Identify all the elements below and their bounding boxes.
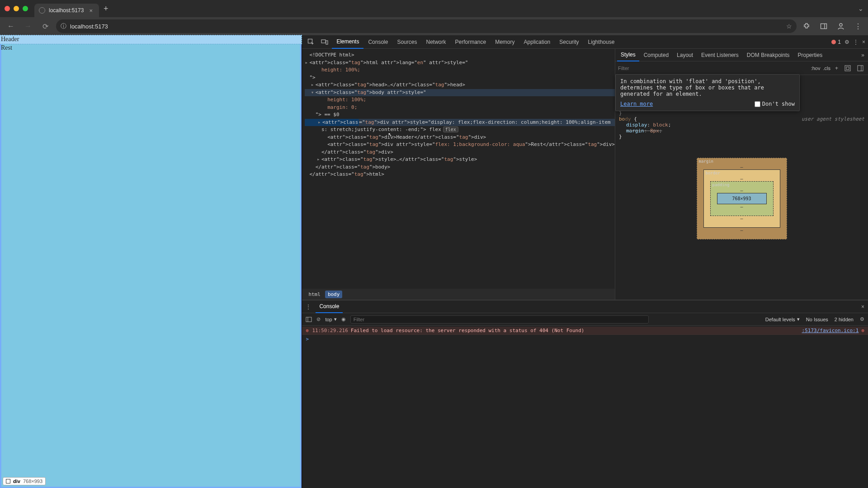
badge-tag: div [13,479,20,484]
new-tab-button[interactable]: + [99,4,113,14]
tabs-dropdown-icon[interactable]: ⌄ [858,5,863,12]
devtools-tab-network[interactable]: Network [421,35,450,49]
dom-line[interactable]: </attr">class="tag">html> [305,171,615,178]
dom-line[interactable]: ▸ <attr">class="tag">div attr">style="di… [305,119,615,127]
learn-more-link[interactable]: Learn more [620,101,653,107]
menu-icon[interactable]: ⋮ [853,21,863,32]
live-expression-icon[interactable]: ◉ [341,316,346,322]
log-message: Failed to load resource: the server resp… [351,328,802,333]
sidepanel-icon[interactable] [818,21,829,32]
devtools-settings-icon[interactable]: ⚙ [844,39,849,45]
css-declaration[interactable]: display: block; [626,122,864,128]
address-bar[interactable]: ⓘ localhost:5173 ☆ [56,19,797,33]
breadcrumb-html[interactable]: html [306,291,323,298]
dom-line[interactable]: s: stretch;justify-content: -end;"> flex… [305,126,615,134]
reload-button[interactable]: ⟳ [39,22,52,31]
no-issues-label[interactable]: No Issues [806,317,828,322]
toggle-sidebar-icon[interactable] [855,65,865,71]
bookmark-icon[interactable]: ☆ [786,23,792,30]
svg-rect-6 [845,66,850,71]
devtools-tab-lighthouse[interactable]: Lighthouse [584,35,619,49]
devtools-close-icon[interactable]: × [862,39,865,45]
context-selector[interactable]: top▾ [325,316,336,322]
dom-line[interactable]: </attr">class="tag">body> [305,164,615,171]
profile-icon[interactable] [835,21,846,32]
devtools-tab-console[interactable]: Console [363,35,392,49]
styles-more-tabs-icon[interactable]: » [859,52,866,58]
extensions-icon[interactable] [801,21,812,32]
rule-selector[interactable]: body [619,116,631,122]
dom-line[interactable]: ▾ <attr">class="tag">body attr">style=" [305,89,615,97]
console-error-row[interactable]: ⊗ 11:50:29.216 Failed to load resource: … [302,327,868,335]
dont-show-checkbox[interactable] [755,101,760,107]
clear-console-icon[interactable]: ⊘ [316,316,321,322]
back-button[interactable]: ← [5,22,17,30]
tab-close-icon[interactable]: × [87,7,94,14]
styles-tab-computed[interactable]: Computed [640,49,672,61]
styles-tab-layout[interactable]: Layout [673,49,697,61]
box-model[interactable]: margin – border – padding – 768×993 – – [697,158,787,239]
maximize-window-icon[interactable] [23,6,28,11]
drawer-menu-icon[interactable]: ⋮ [306,304,311,310]
drawer-tab-console[interactable]: Console [316,300,343,313]
devtools-tab-memory[interactable]: Memory [491,35,519,49]
new-style-rule-icon[interactable]: + [833,65,840,71]
minimize-window-icon[interactable] [14,6,19,11]
dom-line[interactable]: </attr">class="tag">div> [305,149,615,156]
error-indicator[interactable]: 1 [831,39,841,45]
cls-toggle[interactable]: .cls [823,66,830,71]
styles-tab-event-listeners[interactable]: Event Listeners [698,49,742,61]
page-header: Header [0,35,302,44]
svg-point-2 [840,23,842,26]
dom-line[interactable]: <attr">class="tag">div>Header</attr">cla… [305,134,615,141]
svg-rect-5 [326,41,328,44]
hidden-count[interactable]: 2 hidden [835,317,854,322]
styles-tab-styles[interactable]: Styles [617,49,639,61]
dom-line[interactable]: margin: 0; [305,104,615,112]
inspect-element-icon[interactable] [305,37,317,47]
hov-toggle[interactable]: :hov [811,66,821,71]
devtools-tab-performance[interactable]: Performance [450,35,491,49]
browser-toolbar: ← → ⟳ ⓘ localhost:5173 ☆ ⋮ [0,17,868,35]
browser-tab[interactable]: localhost:5173 × [34,4,99,17]
box-model-dimensions: 768×993 [717,193,767,204]
breadcrumb-body[interactable]: body [325,291,343,298]
dom-line[interactable]: height: 100%; [305,66,615,74]
drawer-close-icon[interactable]: × [861,304,864,310]
console-filter-input[interactable] [350,315,649,324]
styles-tab-properties[interactable]: Properties [794,49,826,61]
devtools-menu-icon[interactable]: ⋮ [853,39,859,45]
close-window-icon[interactable] [5,6,10,11]
dom-line[interactable]: <!DOCTYPE html> [305,52,615,59]
computed-styles-icon[interactable] [843,65,853,71]
device-toolbar-icon[interactable] [318,37,331,47]
devtools-tab-elements[interactable]: Elements [332,35,363,49]
dom-line[interactable]: "> [305,74,615,82]
dom-line[interactable]: height: 100%; [305,96,615,104]
dont-show-label: Don't show [762,101,795,107]
forward-button[interactable]: → [22,22,34,30]
svg-rect-10 [306,317,311,322]
log-source-link[interactable]: :5173/favicon.ico:1 [802,328,859,333]
favicon-icon [39,7,45,14]
dom-line[interactable]: ▸ <attr">class="tag">head>…</attr">class… [305,81,615,89]
devtools-tab-security[interactable]: Security [555,35,583,49]
css-declaration[interactable]: margin: 8px; [626,128,864,134]
styles-filter-input[interactable] [618,66,808,71]
element-size-badge: div 768×993 [3,477,46,485]
dom-line[interactable]: "> == $0 [305,111,615,119]
console-settings-icon[interactable]: ⚙ [860,316,864,322]
site-info-icon[interactable]: ⓘ [61,22,66,30]
devtools-tab-application[interactable]: Application [519,35,555,49]
log-levels-selector[interactable]: Default levels ▾ [765,316,800,322]
rendered-page[interactable]: Header Rest div 768×993 [0,35,302,488]
dom-tree[interactable]: ↖ <!DOCTYPE html>▸ <attr">class="tag">ht… [302,49,615,289]
dom-line[interactable]: <attr">class="tag">div attr">style="flex… [305,141,615,149]
browser-titlebar: localhost:5173 × + ⌄ [0,0,868,17]
dom-line[interactable]: ▸ <attr">class="tag">style>…</attr">clas… [305,156,615,164]
dom-line[interactable]: ▸ <attr">class="tag">html attr">lang="en… [305,59,615,67]
console-sidebar-icon[interactable] [306,316,312,323]
console-prompt[interactable]: > [302,335,868,343]
styles-tab-dom-breakpoints[interactable]: DOM Breakpoints [743,49,793,61]
devtools-tab-sources[interactable]: Sources [392,35,421,49]
